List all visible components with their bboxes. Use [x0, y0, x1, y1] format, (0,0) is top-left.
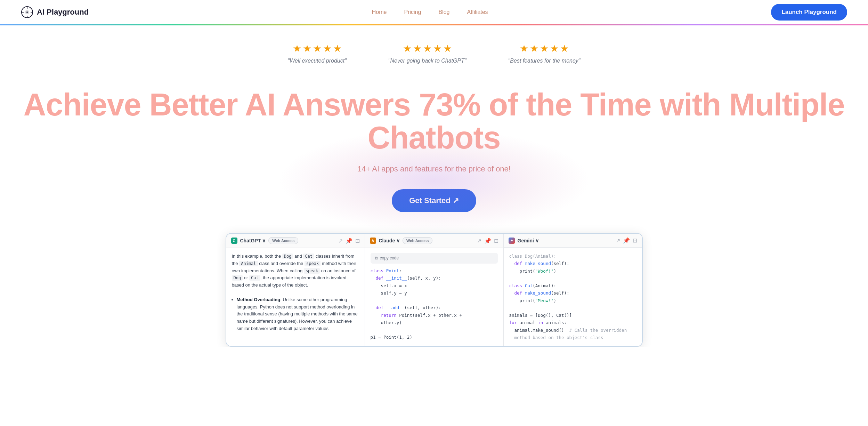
logo[interactable]: AI Playground	[21, 6, 89, 18]
star: ★	[540, 43, 549, 54]
review-text-1: "Well executed product"	[287, 58, 346, 64]
gemini-body: class Dog(Animal): def make_sound(self):…	[504, 248, 642, 346]
star: ★	[560, 43, 569, 54]
stars-1: ★ ★ ★ ★ ★	[293, 43, 342, 54]
gemini-logo: ✦	[509, 238, 515, 244]
claude-logo: A	[370, 238, 376, 244]
gemini-header: ✦ Gemini ∨ ↗ 📌 ⊡	[504, 234, 642, 248]
claude-header: A Claude ∨ Web Access ↗ 📌 ⊡	[365, 234, 503, 248]
reviews-section: ★ ★ ★ ★ ★ "Well executed product" ★ ★ ★ …	[0, 25, 868, 74]
claude-code: class Point: def __init__(self, x, y): s…	[371, 267, 498, 341]
copy-code-label: copy code	[380, 255, 399, 262]
logo-icon	[21, 6, 33, 18]
star: ★	[403, 43, 412, 54]
review-item-2: ★ ★ ★ ★ ★ "Never going back to ChatGPT"	[388, 43, 467, 64]
chatgpt-header-left: G ChatGPT ∨ Web Access	[231, 237, 299, 244]
claude-web-access: Web Access	[403, 237, 432, 244]
share-icon[interactable]: ↗	[477, 238, 481, 244]
hero-headline: Achieve Better AI Answers 73% of the Tim…	[14, 88, 854, 154]
gemini-header-left: ✦ Gemini ∨	[509, 238, 539, 244]
star: ★	[413, 43, 422, 54]
star: ★	[323, 43, 332, 54]
nav-home[interactable]: Home	[372, 9, 387, 15]
stars-2: ★ ★ ★ ★ ★	[403, 43, 452, 54]
claude-body: ⧉ copy code class Point: def __init__(se…	[365, 248, 503, 346]
review-text-2: "Never going back to ChatGPT"	[388, 58, 467, 64]
copy-code-bar[interactable]: ⧉ copy code	[371, 253, 498, 264]
review-item-3: ★ ★ ★ ★ ★ "Best features for the money"	[508, 43, 581, 64]
star: ★	[520, 43, 528, 54]
star: ★	[423, 43, 432, 54]
nav-links: Home Pricing Blog Affiliates	[372, 9, 488, 15]
chatgpt-label: ChatGPT ∨	[240, 238, 266, 243]
share-icon[interactable]: ↗	[338, 238, 343, 244]
chatgpt-web-access: Web Access	[268, 237, 298, 244]
star: ★	[550, 43, 559, 54]
star: ★	[303, 43, 311, 54]
star: ★	[293, 43, 301, 54]
gemini-label: Gemini ∨	[518, 238, 539, 243]
chat-demo-section: G ChatGPT ∨ Web Access ↗ 📌 ⊡ In this exa…	[0, 233, 868, 347]
review-text-3: "Best features for the money"	[508, 58, 581, 64]
gemini-header-actions: ↗ 📌 ⊡	[616, 237, 637, 244]
review-item-1: ★ ★ ★ ★ ★ "Well executed product"	[287, 43, 346, 64]
chatgpt-header-actions: ↗ 📌 ⊡	[338, 238, 360, 244]
more-icon[interactable]: ⊡	[494, 238, 498, 244]
star: ★	[333, 43, 342, 54]
launch-playground-button[interactable]: Launch Playground	[771, 4, 847, 21]
star: ★	[443, 43, 452, 54]
svg-point-2	[26, 11, 28, 13]
more-icon[interactable]: ⊡	[355, 238, 360, 244]
claude-header-actions: ↗ 📌 ⊡	[477, 238, 498, 244]
pin-icon[interactable]: 📌	[484, 238, 491, 244]
chatgpt-logo: G	[231, 238, 237, 244]
chatgpt-body: In this example, both the Dog and Cat cl…	[226, 248, 365, 346]
navbar: AI Playground Home Pricing Blog Affiliat…	[0, 0, 868, 24]
star: ★	[433, 43, 442, 54]
more-icon[interactable]: ⊡	[633, 237, 637, 244]
star: ★	[530, 43, 538, 54]
claude-header-left: A Claude ∨ Web Access	[370, 237, 433, 244]
gemini-panel: ✦ Gemini ∨ ↗ 📌 ⊡ class Dog(Animal): def …	[504, 234, 642, 346]
pin-icon[interactable]: 📌	[623, 237, 630, 244]
chatgpt-header: G ChatGPT ∨ Web Access ↗ 📌 ⊡	[226, 234, 365, 248]
logo-text: AI Playground	[37, 8, 89, 17]
claude-label: Claude ∨	[379, 238, 400, 243]
nav-blog[interactable]: Blog	[438, 9, 449, 15]
nav-affiliates[interactable]: Affiliates	[467, 9, 488, 15]
pin-icon[interactable]: 📌	[346, 238, 352, 244]
chat-container: G ChatGPT ∨ Web Access ↗ 📌 ⊡ In this exa…	[226, 233, 643, 347]
chatgpt-panel: G ChatGPT ∨ Web Access ↗ 📌 ⊡ In this exa…	[226, 234, 365, 346]
stars-3: ★ ★ ★ ★ ★	[520, 43, 569, 54]
get-started-button[interactable]: Get Started ↗	[392, 189, 476, 212]
gemini-code: class Dog(Animal): def make_sound(self):…	[509, 252, 636, 341]
star: ★	[313, 43, 322, 54]
nav-pricing[interactable]: Pricing	[404, 9, 421, 15]
claude-panel: A Claude ∨ Web Access ↗ 📌 ⊡ ⧉ copy code …	[365, 234, 504, 346]
hero-section: Achieve Better AI Answers 73% of the Tim…	[0, 74, 868, 233]
copy-icon: ⧉	[375, 255, 378, 262]
hero-subheadline: 14+ AI apps and features for the price o…	[14, 164, 854, 174]
share-icon[interactable]: ↗	[616, 237, 620, 244]
